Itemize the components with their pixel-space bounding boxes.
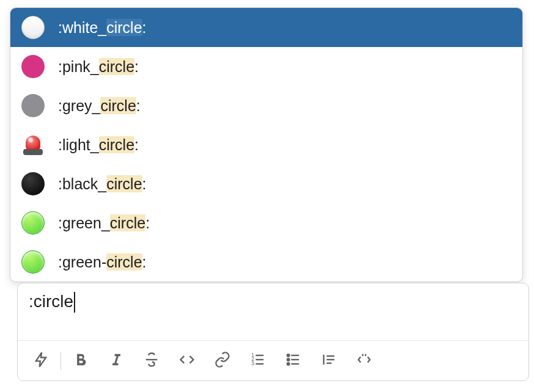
emoji-option[interactable]: :pink_circle: <box>10 47 522 86</box>
emoji-autocomplete-popup[interactable]: :white_circle::pink_circle::grey_circle:… <box>10 7 523 282</box>
message-input-text: :circle <box>29 292 73 311</box>
strike-button[interactable] <box>138 347 165 374</box>
emoji-option[interactable]: :grey_circle: <box>10 86 522 125</box>
green-circle-icon <box>21 250 45 274</box>
emoji-option-label: :white_circle: <box>58 19 147 37</box>
shortcuts-button[interactable] <box>27 347 54 374</box>
message-input[interactable]: :circle <box>18 283 529 340</box>
ordered-list-button[interactable]: 123 <box>244 347 271 374</box>
bulleted-list-button[interactable] <box>280 347 307 374</box>
code-icon <box>178 351 196 371</box>
black-circle-icon <box>21 172 45 195</box>
white-circle-icon <box>21 16 45 39</box>
code-button[interactable] <box>174 347 200 374</box>
toolbar-divider <box>60 352 61 370</box>
code-block-button[interactable] <box>351 347 378 374</box>
link-icon <box>214 351 231 371</box>
pink-circle-icon <box>21 55 45 78</box>
svg-point-11 <box>287 358 290 361</box>
italic-button[interactable] <box>103 347 130 374</box>
strikethrough-icon <box>143 351 160 371</box>
blockquote-icon <box>320 351 337 371</box>
blockquote-button[interactable] <box>315 347 342 374</box>
bold-button[interactable] <box>67 347 94 374</box>
code-block-icon <box>356 351 373 371</box>
bulleted-list-icon <box>285 351 302 371</box>
siren-icon <box>21 133 45 156</box>
italic-icon <box>108 351 125 371</box>
emoji-option[interactable]: :black_circle: <box>10 164 522 203</box>
formatting-toolbar: 123 <box>18 340 529 380</box>
emoji-option-label: :pink_circle: <box>58 58 139 76</box>
caret <box>74 292 75 313</box>
ordered-list-icon: 123 <box>249 351 266 371</box>
message-composer: :circle <box>17 283 529 381</box>
emoji-option[interactable]: :green-circle: <box>10 242 522 281</box>
emoji-option[interactable]: :green_circle: <box>10 203 522 242</box>
emoji-option-label: :grey_circle: <box>58 97 141 115</box>
emoji-option[interactable]: :white_circle: <box>10 8 522 47</box>
lightning-icon <box>32 351 49 371</box>
bold-icon <box>72 351 89 371</box>
svg-point-12 <box>287 363 290 365</box>
emoji-option-label: :green_circle: <box>58 214 150 232</box>
green-circle-icon <box>21 211 45 234</box>
svg-point-10 <box>287 354 290 357</box>
link-button[interactable] <box>209 347 236 374</box>
emoji-option-label: :green-circle: <box>58 253 147 271</box>
grey-circle-icon <box>21 94 45 117</box>
emoji-option[interactable]: :light_circle: <box>10 125 522 164</box>
svg-text:3: 3 <box>252 361 255 366</box>
emoji-option-label: :light_circle: <box>58 136 139 154</box>
emoji-option-label: :black_circle: <box>58 175 147 193</box>
